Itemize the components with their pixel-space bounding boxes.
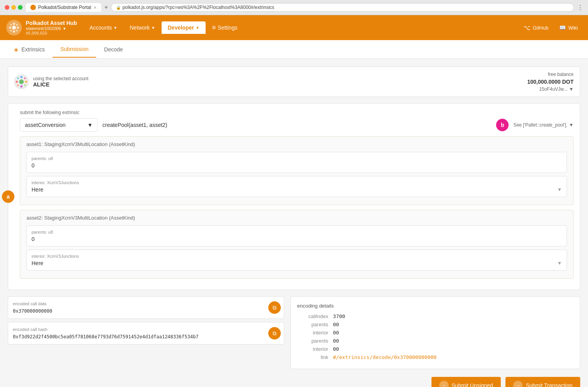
- wiki-link[interactable]: 📖 Wiki: [555, 22, 582, 33]
- encoding-parents1: parents 00: [297, 322, 574, 327]
- new-tab-button[interactable]: +: [104, 4, 108, 11]
- asset2-parents-value: 0: [32, 236, 562, 242]
- tab-submission[interactable]: Submission: [53, 41, 96, 58]
- svg-point-10: [19, 79, 24, 84]
- svg-point-18: [17, 84, 19, 86]
- encoding-interior1: interior 00: [297, 330, 574, 336]
- nav-accounts[interactable]: Accounts ▼: [83, 21, 124, 34]
- encoding-interior2-key: interior: [297, 346, 328, 352]
- maximize-dot[interactable]: [18, 5, 23, 10]
- app-block: #6,999,650: [26, 31, 77, 35]
- svg-point-15: [17, 77, 19, 79]
- browser-tab[interactable]: Polkadot/Substrate Portal ✕: [26, 3, 101, 12]
- encoding-parents1-val: 00: [333, 322, 339, 327]
- tab-close-icon[interactable]: ✕: [93, 5, 97, 10]
- main-content: using the selected account ALICE free ba…: [0, 59, 588, 387]
- encoding-interior2-val: 00: [333, 346, 339, 352]
- app-logo-icon: [6, 20, 22, 35]
- svg-point-11: [20, 76, 23, 78]
- pallet-chevron: ▼: [87, 122, 93, 128]
- nav-developer[interactable]: Developer ▼: [162, 21, 206, 34]
- asset2-section: asset2: StagingXcmV3MultiLocation (Asset…: [20, 210, 574, 279]
- asset1-interior-chevron: ▼: [557, 187, 562, 192]
- developer-chevron: ▼: [195, 26, 199, 30]
- asset1-interior-select[interactable]: Here ▼: [32, 186, 562, 193]
- tab-decode[interactable]: Decode: [96, 42, 130, 57]
- pallet-select[interactable]: assetConversion ▼: [20, 118, 98, 132]
- network-chevron: ▼: [151, 26, 155, 30]
- encoding-link-val[interactable]: #/extrinsics/decode/0x370000000000: [333, 354, 437, 360]
- copy-call-hash-button[interactable]: ⧉: [268, 327, 281, 340]
- tab-extrinsics[interactable]: ◈ Extrinsics: [6, 42, 53, 57]
- encoding-link-key: link: [297, 354, 328, 360]
- accounts-chevron: ▼: [113, 26, 117, 30]
- address-chevron: ▼: [569, 86, 574, 92]
- lock-icon: 🔒: [116, 5, 121, 10]
- encoding-parents2-val: 00: [333, 338, 339, 344]
- github-icon: ⌥: [523, 24, 530, 32]
- app-logo[interactable]: Polkadot Asset Hub statemint/1002006 ▼ #…: [6, 20, 77, 35]
- account-avatar: [14, 75, 28, 89]
- svg-point-3: [9, 26, 11, 29]
- tab-favicon: [30, 5, 36, 10]
- tab-title: Polkadot/Substrate Portal: [38, 5, 91, 10]
- encoded-section: encoded call data 0x370000000000 ⧉ encod…: [8, 296, 580, 369]
- wiki-icon: 📖: [559, 25, 566, 31]
- call-display: createPool(asset1, asset2): [102, 122, 491, 128]
- app-subtitle: statemint/1002006 ▼: [26, 26, 77, 31]
- asset1-parents-field: parents: u8 0: [26, 152, 567, 173]
- asset1-parents-value: 0: [32, 162, 562, 169]
- sub-header: ◈ Extrinsics Submission Decode: [0, 40, 588, 59]
- account-info: using the selected account ALICE: [33, 76, 527, 88]
- copy-call-data-button[interactable]: ⧉: [268, 301, 281, 314]
- balance-address[interactable]: 15oF4uVJw... ▼: [539, 86, 574, 92]
- submit-unsigned-icon: →: [439, 381, 449, 387]
- asset2-interior-field[interactable]: interior: XcmV3Junctions Here ▼: [26, 250, 567, 271]
- encoding-title: encoding details: [297, 303, 574, 309]
- see-link[interactable]: See ['Pallet::create_pool']. ▼: [513, 122, 574, 128]
- encoded-call-hash-box: encoded call hash 0xf3d922d2f4500bc5ea05…: [8, 322, 284, 345]
- encoded-call-data-value: 0x370000000000: [13, 308, 279, 314]
- address-bar[interactable]: 🔒 polkadot.js.org/apps/?rpc=ws%3A%2F%2Fl…: [111, 3, 574, 12]
- submit-transaction-button[interactable]: → Submit Transaction: [505, 377, 580, 387]
- nav-right: ⌥ GitHub 📖 Wiki: [519, 22, 582, 34]
- svg-point-8: [16, 30, 18, 32]
- encoded-call-data-label: encoded call data: [13, 301, 279, 306]
- encoding-callindex-key: callIndex: [297, 313, 328, 319]
- asset2-interior-value: Here: [32, 260, 43, 266]
- github-link[interactable]: ⌥ GitHub: [519, 22, 552, 34]
- extrinsics-icon: ◈: [14, 46, 18, 53]
- account-label: using the selected account: [33, 76, 527, 81]
- encoding-callindex: callIndex 3700: [297, 313, 574, 319]
- svg-point-12: [25, 81, 27, 83]
- asset1-interior-field[interactable]: interior: XcmV3Junctions Here ▼: [26, 176, 567, 197]
- svg-point-4: [17, 26, 19, 29]
- svg-point-5: [10, 24, 12, 26]
- see-link-chevron: ▼: [569, 122, 574, 128]
- asset2-interior-chevron: ▼: [557, 260, 562, 266]
- encoded-left: encoded call data 0x370000000000 ⧉ encod…: [8, 296, 284, 369]
- encoding-details: encoding details callIndex 3700 parents …: [290, 296, 580, 369]
- close-dot[interactable]: [5, 5, 9, 10]
- submit-transaction-icon: →: [513, 381, 523, 387]
- submit-unsigned-button[interactable]: → Submit Unsigned: [431, 377, 501, 387]
- settings-gear-icon: ⚙: [212, 25, 216, 30]
- asset1-section: asset1: StagingXcmV3MultiLocation (Asset…: [20, 136, 574, 205]
- balance-value: 100,000.0000 DOT: [527, 79, 574, 85]
- encoding-parents2: parents 00: [297, 338, 574, 344]
- asset1-title: asset1: StagingXcmV3MultiLocation (Asset…: [26, 141, 567, 147]
- minimize-dot[interactable]: [11, 5, 16, 10]
- nav-network[interactable]: Network ▼: [123, 21, 161, 34]
- encoded-call-data-box: encoded call data 0x370000000000 ⧉: [8, 296, 284, 319]
- browser-chrome: Polkadot/Substrate Portal ✕ + 🔒 polkadot…: [0, 0, 588, 15]
- nav-settings[interactable]: ⚙ Settings: [206, 21, 244, 34]
- encoding-interior2: interior 00: [297, 346, 574, 352]
- asset2-parents-field: parents: u8 0: [26, 225, 567, 246]
- svg-point-2: [13, 30, 15, 33]
- balance-label: free balance: [548, 72, 574, 77]
- svg-point-16: [24, 77, 26, 79]
- extrinsic-form: a submit the following extrinsic assetCo…: [8, 103, 580, 290]
- asset2-interior-select[interactable]: Here ▼: [32, 260, 562, 266]
- form-row: assetConversion ▼ createPool(asset1, ass…: [20, 118, 574, 132]
- svg-point-1: [13, 23, 15, 25]
